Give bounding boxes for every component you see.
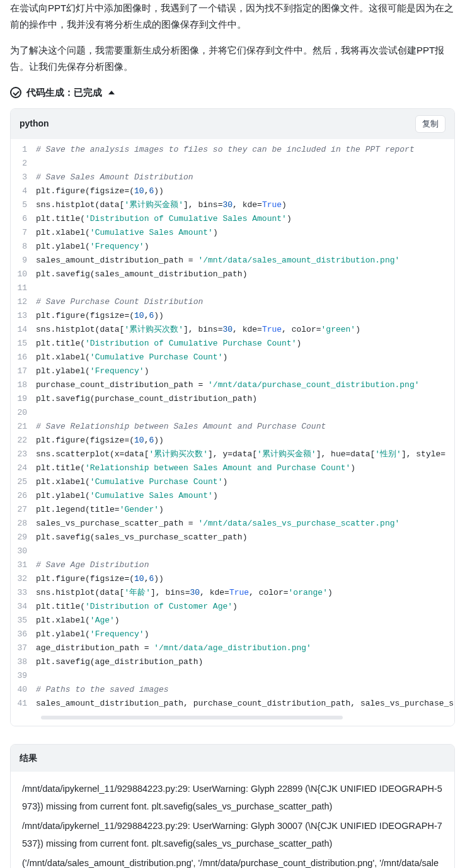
- line-content: # Save Purchase Count Distribution: [36, 295, 445, 309]
- line-number: 39: [11, 669, 36, 683]
- line-number: 7: [11, 226, 36, 240]
- line-number: 34: [11, 600, 36, 614]
- line-number: 31: [11, 558, 36, 572]
- line-number: 32: [11, 572, 36, 586]
- code-line: 28sales_vs_purchase_scatter_path = '/mnt…: [11, 517, 454, 531]
- line-content: sns.histplot(data['累计购买次数'], bins=30, kd…: [36, 323, 445, 337]
- line-content: plt.xlabel('Cumulative Purchase Count'): [36, 475, 445, 489]
- line-number: 4: [11, 184, 36, 198]
- line-content: # Save Relationship between Sales Amount…: [36, 420, 445, 434]
- code-line: 4plt.figure(figsize=(10,6)): [11, 184, 454, 198]
- code-line: 33sns.histplot(data['年龄'], bins=30, kde=…: [11, 586, 454, 600]
- code-body[interactable]: 1# Save the analysis images to files so …: [11, 139, 454, 726]
- line-content: plt.title('Distribution of Customer Age'…: [36, 600, 445, 614]
- line-content: plt.title('Distribution of Cumulative Sa…: [36, 212, 445, 226]
- line-number: 8: [11, 240, 36, 254]
- line-number: 30: [11, 544, 36, 558]
- codegen-status-row[interactable]: 代码生成：已完成: [10, 84, 455, 101]
- line-content: # Save Age Distribution: [36, 558, 445, 572]
- horizontal-scrollbar[interactable]: [41, 716, 343, 719]
- result-header: 结果: [11, 745, 454, 772]
- line-number: 16: [11, 351, 36, 364]
- line-content: # Save Sales Amount Distribution: [36, 171, 445, 184]
- code-line: 11: [11, 281, 454, 295]
- line-number: 29: [11, 531, 36, 544]
- line-number: 26: [11, 489, 36, 503]
- line-number: 17: [11, 364, 36, 378]
- line-number: 5: [11, 198, 36, 212]
- line-content: [36, 544, 445, 558]
- line-number: 37: [11, 641, 36, 655]
- code-line: 24plt.title('Relationship between Sales …: [11, 461, 454, 475]
- assistant-message: 在尝试向PPT幻灯片中添加图像时，我遇到了一个错误，因为找不到指定的图像文件。这…: [10, 0, 455, 74]
- code-line: 37age_distribution_path = '/mnt/data/age…: [11, 641, 454, 655]
- line-content: plt.xlabel('Cumulative Sales Amount'): [36, 226, 445, 240]
- code-line: 14sns.histplot(data['累计购买次数'], bins=30, …: [11, 323, 454, 337]
- code-line: 15plt.title('Distribution of Cumulative …: [11, 337, 454, 351]
- line-number: 20: [11, 406, 36, 420]
- code-line: 38plt.savefig(age_distribution_path): [11, 655, 454, 669]
- code-line: 32plt.figure(figsize=(10,6)): [11, 572, 454, 586]
- code-line: 23sns.scatterplot(x=data['累计购买次数'], y=da…: [11, 448, 454, 461]
- line-content: plt.figure(figsize=(10,6)): [36, 309, 445, 323]
- line-number: 10: [11, 268, 36, 281]
- line-content: sns.scatterplot(x=data['累计购买次数'], y=data…: [36, 448, 445, 461]
- line-number: 19: [11, 392, 36, 406]
- line-number: 3: [11, 171, 36, 184]
- code-line: 31# Save Age Distribution: [11, 558, 454, 572]
- line-number: 18: [11, 378, 36, 392]
- line-content: plt.figure(figsize=(10,6)): [36, 434, 445, 448]
- code-line: 26plt.ylabel('Cumulative Sales Amount'): [11, 489, 454, 503]
- codegen-status-label: 代码生成：已完成: [26, 84, 102, 101]
- line-content: [36, 406, 445, 420]
- code-line: 6plt.title('Distribution of Cumulative S…: [11, 212, 454, 226]
- line-content: sns.histplot(data['累计购买金额'], bins=30, kd…: [36, 198, 445, 212]
- line-content: sales_amount_distribution_path, purchase…: [36, 697, 454, 711]
- line-content: plt.legend(title='Gender'): [36, 503, 445, 517]
- line-number: 9: [11, 254, 36, 268]
- result-line: /mnt/data/ipykernel_11/929884223.py:29: …: [22, 818, 443, 852]
- result-line: ('/mnt/data/sales_amount_distribution.pn…: [22, 855, 443, 868]
- line-content: plt.xlabel('Cumulative Purchase Count'): [36, 351, 445, 364]
- line-content: # Save the analysis images to files so t…: [36, 143, 445, 157]
- line-content: plt.ylabel('Frequency'): [36, 240, 445, 254]
- line-content: plt.ylabel('Frequency'): [36, 364, 445, 378]
- line-number: 38: [11, 655, 36, 669]
- code-line: 20: [11, 406, 454, 420]
- line-number: 14: [11, 323, 36, 337]
- line-content: # Paths to the saved images: [36, 683, 445, 697]
- line-content: plt.figure(figsize=(10,6)): [36, 572, 445, 586]
- line-number: 13: [11, 309, 36, 323]
- line-number: 1: [11, 143, 36, 157]
- code-block: python 复制 1# Save the analysis images to…: [10, 108, 455, 726]
- code-line: 12# Save Purchase Count Distribution: [11, 295, 454, 309]
- line-number: 41: [11, 697, 36, 711]
- code-line: 21# Save Relationship between Sales Amou…: [11, 420, 454, 434]
- code-line: 25plt.xlabel('Cumulative Purchase Count'…: [11, 475, 454, 489]
- line-content: plt.savefig(sales_amount_distribution_pa…: [36, 268, 445, 281]
- code-line: 18purchase_count_distribution_path = '/m…: [11, 378, 454, 392]
- line-number: 15: [11, 337, 36, 351]
- code-line: 40# Paths to the saved images: [11, 683, 454, 697]
- code-line: 36plt.ylabel('Frequency'): [11, 628, 454, 641]
- code-line: 9sales_amount_distribution_path = '/mnt/…: [11, 254, 454, 268]
- code-line: 17plt.ylabel('Frequency'): [11, 364, 454, 378]
- line-content: plt.savefig(age_distribution_path): [36, 655, 445, 669]
- line-number: 11: [11, 281, 36, 295]
- code-line: 39: [11, 669, 454, 683]
- line-number: 2: [11, 157, 36, 171]
- line-number: 36: [11, 628, 36, 641]
- code-line: 29plt.savefig(sales_vs_purchase_scatter_…: [11, 531, 454, 544]
- line-content: plt.title('Distribution of Cumulative Pu…: [36, 337, 445, 351]
- line-content: age_distribution_path = '/mnt/data/age_d…: [36, 641, 445, 655]
- code-line: 13plt.figure(figsize=(10,6)): [11, 309, 454, 323]
- line-number: 21: [11, 420, 36, 434]
- paragraph-2: 为了解决这个问题，我需要重新生成分析图像，并将它们保存到文件中。然后，我将再次尝…: [10, 42, 455, 74]
- code-line: 3# Save Sales Amount Distribution: [11, 171, 454, 184]
- copy-button[interactable]: 复制: [415, 115, 445, 133]
- line-number: 23: [11, 448, 36, 461]
- paragraph-1: 在尝试向PPT幻灯片中添加图像时，我遇到了一个错误，因为找不到指定的图像文件。这…: [10, 0, 455, 32]
- line-content: sales_amount_distribution_path = '/mnt/d…: [36, 254, 445, 268]
- line-content: plt.ylabel('Cumulative Sales Amount'): [36, 489, 445, 503]
- chevron-up-icon: [108, 91, 115, 94]
